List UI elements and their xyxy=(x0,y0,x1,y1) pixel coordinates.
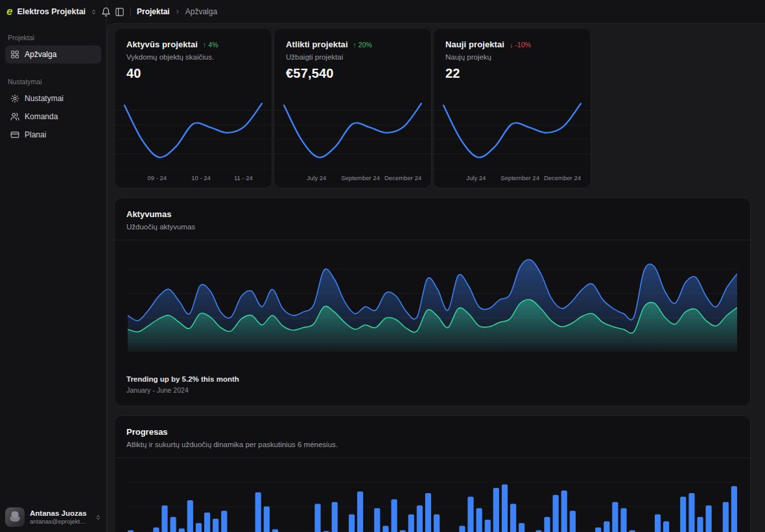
user-menu-button[interactable]: Antanas Juozas antanas@eprojektai.com xyxy=(0,502,106,532)
stat-value: €57,540 xyxy=(274,61,431,81)
gear-icon xyxy=(10,94,19,103)
divider xyxy=(115,457,750,458)
x-tick: 09 - 24 xyxy=(148,174,167,181)
activity-title: Aktyvumas xyxy=(115,209,750,219)
stats-empty-cell xyxy=(593,28,751,189)
sidebar-nav: Projektai Apžvalga Nustatymai Nustatymai… xyxy=(0,23,106,144)
nav-section-label-projektai: Projektai xyxy=(5,29,101,45)
trend-summary: Trending up by 5.2% this month xyxy=(126,375,738,383)
sidebar-item-label: Apžvalga xyxy=(25,50,56,59)
stat-subtitle: Užbaigti projektai xyxy=(274,49,431,61)
activity-footer: Trending up by 5.2% this month January -… xyxy=(115,352,750,406)
stat-card-nauji-projektai: Nauji projektai ↓ -10% Naujų projekų 22 … xyxy=(433,28,591,189)
x-tick: December 24 xyxy=(384,174,421,181)
main-area: Projektai Apžvalga Aktyvūs projektai ↑ 4… xyxy=(107,0,765,532)
stat-title: Nauji projektai xyxy=(445,40,504,49)
user-name: Antanas Juozas xyxy=(30,509,89,518)
user-email: antanas@eprojektai.com xyxy=(30,518,89,526)
x-tick: 11 - 24 xyxy=(234,174,253,181)
period-label: January - June 2024 xyxy=(126,386,738,394)
stat-card-aktyvus-projektai: Aktyvūs projektai ↑ 4% Vykdomų objektų s… xyxy=(114,28,272,189)
avatar xyxy=(5,507,25,527)
breadcrumb: Projektai Apžvalga xyxy=(137,7,217,16)
progress-title: Progresas xyxy=(115,427,750,437)
sidebar: e Elektros Projektai Projektai Apžvalga … xyxy=(0,0,107,532)
chevrons-up-down-icon xyxy=(91,9,97,15)
x-tick: September 24 xyxy=(500,174,539,181)
users-icon xyxy=(10,112,19,121)
brand-name: Elektros Projektai xyxy=(17,7,86,16)
progress-bar-chart xyxy=(126,466,738,532)
topbar-divider xyxy=(130,7,131,17)
sidebar-toggle-icon[interactable] xyxy=(115,7,124,17)
sidebar-item-label: Komanda xyxy=(25,112,58,121)
x-tick: July 24 xyxy=(466,174,486,181)
x-tick: September 24 xyxy=(341,174,380,181)
divider xyxy=(115,240,750,240)
sidebar-item-nustatymai[interactable]: Nustatymai xyxy=(5,89,101,108)
trend-down-icon: ↓ xyxy=(510,41,513,49)
content: Aktyvūs projektai ↑ 4% Vykdomų objektų s… xyxy=(107,23,765,532)
trend-up-icon: ↑ xyxy=(353,41,357,49)
dashboard-grid-icon xyxy=(10,50,19,59)
x-tick: 10 - 24 xyxy=(191,174,211,181)
sidebar-item-apzvalga[interactable]: Apžvalga xyxy=(5,45,101,64)
sparkline-chart: 09 - 24 10 - 24 11 - 24 xyxy=(115,96,272,188)
sidebar-item-label: Planai xyxy=(25,130,46,139)
nav-section-label-nustatymai: Nustatymai xyxy=(5,73,101,89)
trend-badge: ↑ 4% xyxy=(203,41,218,49)
team-switcher[interactable]: e Elektros Projektai xyxy=(0,0,106,23)
breadcrumb-item-projektai[interactable]: Projektai xyxy=(137,7,170,16)
activity-card: Aktyvumas Užduočių aktyvumas Trending up… xyxy=(114,198,751,406)
trend-up-icon: ↑ xyxy=(203,41,206,49)
progress-subtitle: Atliktų ir sukurtų užduočių dinamika per… xyxy=(115,437,750,457)
stat-title: Atlikti projektai xyxy=(286,40,348,49)
chevrons-up-down-icon xyxy=(95,515,101,520)
sidebar-item-label: Nustatymai xyxy=(25,94,64,103)
stat-value: 22 xyxy=(434,61,591,81)
stat-title: Aktyvūs projektai xyxy=(126,40,198,49)
brand-logo-icon: e xyxy=(6,6,12,17)
stat-subtitle: Vykdomų objektų skaičius. xyxy=(115,49,272,61)
stat-card-atlikti-projektai: Atlikti projektai ↑ 20% Užbaigti projekt… xyxy=(274,28,432,189)
progress-card: Progresas Atliktų ir sukurtų užduočių di… xyxy=(114,415,751,532)
trend-badge: ↑ 20% xyxy=(353,41,372,49)
stat-subtitle: Naujų projekų xyxy=(434,49,591,61)
credit-card-icon xyxy=(10,130,19,139)
x-tick: July 24 xyxy=(307,174,326,181)
x-tick: December 24 xyxy=(544,174,581,181)
stats-row: Aktyvūs projektai ↑ 4% Vykdomų objektų s… xyxy=(114,28,751,189)
topbar: Projektai Apžvalga xyxy=(107,0,765,23)
activity-area-chart xyxy=(126,255,738,352)
chevron-right-icon xyxy=(174,8,181,15)
sparkline-chart: July 24 September 24 December 24 xyxy=(434,96,591,188)
stat-value: 40 xyxy=(115,61,272,81)
sparkline-chart: July 24 September 24 December 24 xyxy=(274,96,431,188)
trend-badge: ↓ -10% xyxy=(510,41,531,49)
sidebar-item-komanda[interactable]: Komanda xyxy=(5,108,101,126)
sidebar-item-planai[interactable]: Planai xyxy=(5,126,101,144)
activity-subtitle: Užduočių aktyvumas xyxy=(115,219,750,240)
breadcrumb-item-apzvalga: Apžvalga xyxy=(185,7,217,16)
